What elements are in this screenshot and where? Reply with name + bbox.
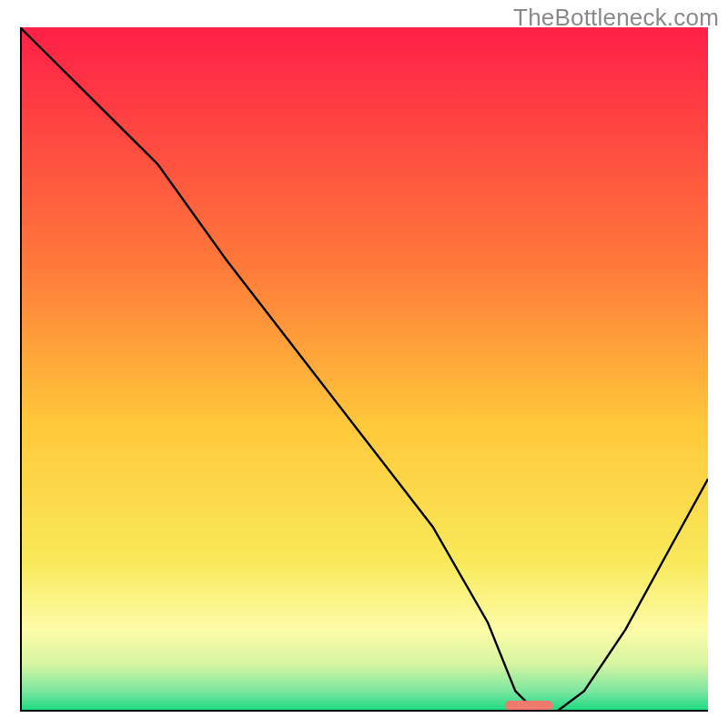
optimal-point-marker bbox=[505, 701, 552, 711]
bottleneck-chart bbox=[20, 27, 708, 712]
chart-container bbox=[20, 27, 708, 712]
